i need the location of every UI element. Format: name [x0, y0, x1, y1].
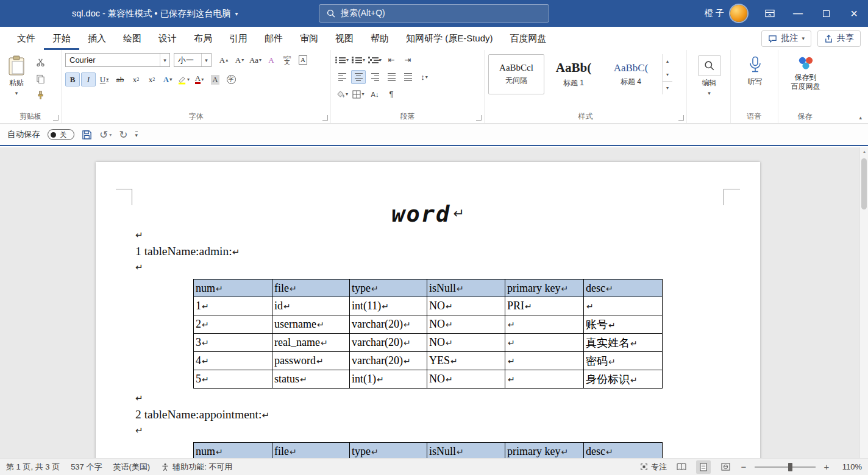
- dictate-button[interactable]: 听写: [735, 53, 775, 90]
- align-center-button[interactable]: [351, 70, 366, 84]
- column-header[interactable]: isNull↵: [427, 280, 505, 297]
- section-heading-admin[interactable]: 1 tableName:admin:↵: [135, 245, 760, 261]
- title-dropdown-caret-icon[interactable]: ▾: [235, 10, 238, 17]
- table-cell[interactable]: NO↵: [427, 334, 505, 352]
- font-name-combo[interactable]: Courier ▾: [65, 53, 170, 67]
- column-header[interactable]: type↵: [350, 443, 427, 459]
- autosave-toggle[interactable]: 关: [48, 129, 74, 140]
- redo-button[interactable]: ↻: [119, 128, 127, 141]
- account-name[interactable]: 橙 子: [705, 8, 724, 19]
- tab-layout[interactable]: 布局: [185, 27, 221, 50]
- admin-table[interactable]: num↵file↵type↵isNull↵primary key↵desc↵1↵…: [193, 279, 663, 389]
- table-cell[interactable]: YES↵: [427, 352, 505, 370]
- styles-more-button[interactable]: ▾: [663, 81, 672, 94]
- align-left-button[interactable]: [335, 70, 349, 84]
- line-spacing-button[interactable]: ↕▾: [417, 70, 432, 84]
- focus-mode-button[interactable]: 专注: [640, 462, 667, 473]
- tab-cnki-estudy[interactable]: 知网研学 (原E-Study): [397, 27, 502, 50]
- table-cell[interactable]: 3↵: [194, 334, 272, 352]
- borders-button[interactable]: ▾: [351, 87, 366, 101]
- section-heading-appointment[interactable]: 2 tableName:appointment:↵: [135, 408, 760, 424]
- table-cell[interactable]: 账号↵: [584, 315, 663, 334]
- save-to-baidu-netdisk-button[interactable]: 保存到 百度网盘: [782, 53, 829, 94]
- shrink-font-button[interactable]: A▾: [232, 53, 247, 67]
- multilevel-list-button[interactable]: ▾: [368, 53, 382, 67]
- vertical-scrollbar[interactable]: ▴: [859, 147, 868, 458]
- table-cell[interactable]: ↵: [505, 334, 584, 352]
- table-cell[interactable]: ↵: [584, 297, 663, 315]
- page-indicator[interactable]: 第 1 页, 共 3 页: [6, 462, 60, 473]
- account-avatar[interactable]: [730, 5, 747, 22]
- column-header[interactable]: desc↵: [584, 280, 663, 297]
- language-indicator[interactable]: 英语(美国): [113, 462, 150, 473]
- zoom-slider[interactable]: [755, 466, 816, 468]
- character-border-button[interactable]: A: [296, 53, 310, 67]
- comments-button[interactable]: 批注 ▾: [761, 30, 811, 47]
- grow-font-button[interactable]: A▴: [216, 53, 231, 67]
- customize-qat-button[interactable]: ▾: [135, 132, 138, 138]
- table-cell[interactable]: NO↵: [427, 315, 505, 334]
- save-button[interactable]: [82, 130, 92, 140]
- table-cell[interactable]: PRI↵: [505, 297, 584, 315]
- style-heading-1[interactable]: AaBb( 标题 1: [546, 54, 602, 94]
- table-cell[interactable]: varchar(20)↵: [350, 315, 427, 334]
- change-case-button[interactable]: Aa▾: [248, 53, 263, 67]
- scroll-up-arrow-icon[interactable]: ▴: [860, 149, 868, 154]
- table-cell[interactable]: int(11)↵: [350, 297, 427, 315]
- tab-references[interactable]: 引用: [221, 27, 256, 50]
- tab-file[interactable]: 文件: [9, 27, 44, 50]
- sort-button[interactable]: A↓: [368, 87, 382, 101]
- paste-button[interactable]: 粘贴 ▾: [4, 53, 29, 111]
- empty-paragraph[interactable]: ↵: [135, 261, 760, 277]
- cut-button[interactable]: [33, 55, 48, 69]
- bold-button[interactable]: B: [65, 72, 80, 86]
- increase-indent-button[interactable]: ⇥: [400, 53, 415, 67]
- table-cell[interactable]: id↵: [272, 297, 350, 315]
- superscript-button[interactable]: x2: [144, 72, 159, 86]
- zoom-level[interactable]: 110%: [838, 462, 862, 471]
- collapse-ribbon-button[interactable]: ▴: [859, 114, 862, 121]
- column-header[interactable]: file↵: [272, 443, 350, 459]
- style-heading-4[interactable]: AaBbC( 标题 4: [603, 54, 659, 94]
- enclose-characters-button[interactable]: 字: [224, 72, 238, 86]
- style-no-spacing[interactable]: AaBbCcl 无间隔: [488, 54, 544, 94]
- format-painter-button[interactable]: [33, 88, 48, 102]
- underline-button[interactable]: U▾: [97, 72, 112, 86]
- strikethrough-button[interactable]: ab: [113, 72, 127, 86]
- table-cell[interactable]: 2↵: [194, 315, 272, 334]
- ribbon-display-options-button[interactable]: [756, 0, 784, 27]
- column-header[interactable]: primary key↵: [505, 280, 584, 297]
- table-cell[interactable]: varchar(20)↵: [350, 352, 427, 370]
- table-cell[interactable]: real_name↵: [272, 334, 350, 352]
- paragraph-dialog-launcher[interactable]: [476, 115, 482, 121]
- clipboard-dialog-launcher[interactable]: [53, 115, 59, 121]
- shading-button[interactable]: ▾: [335, 87, 349, 101]
- zoom-slider-thumb[interactable]: [788, 463, 792, 471]
- print-layout-button[interactable]: [696, 460, 711, 474]
- align-right-button[interactable]: [368, 70, 382, 84]
- document-title-paragraph[interactable]: word↵: [96, 201, 760, 229]
- italic-button[interactable]: I: [81, 72, 96, 86]
- tab-view[interactable]: 视图: [327, 27, 362, 50]
- empty-paragraph[interactable]: ↵: [135, 229, 760, 245]
- table-cell[interactable]: ↵: [505, 352, 584, 370]
- appointment-table[interactable]: num↵file↵type↵isNull↵primary key↵desc↵1↵…: [193, 442, 663, 458]
- tab-mailings[interactable]: 邮件: [256, 27, 291, 50]
- numbered-list-button[interactable]: ▾: [351, 53, 366, 67]
- phonetic-guide-button[interactable]: wén 文: [280, 53, 294, 67]
- show-marks-button[interactable]: ¶: [384, 87, 399, 101]
- font-size-combo[interactable]: 小一 ▾: [174, 53, 212, 67]
- tab-review[interactable]: 审阅: [291, 27, 327, 50]
- styles-scroll-up-button[interactable]: ▴: [663, 54, 672, 68]
- table-cell[interactable]: 身份标识↵: [584, 370, 663, 389]
- tab-insert[interactable]: 插入: [79, 27, 115, 50]
- table-cell[interactable]: NO↵: [427, 297, 505, 315]
- share-button[interactable]: 共享: [817, 30, 861, 47]
- maximize-button[interactable]: [812, 0, 840, 27]
- table-cell[interactable]: 1↵: [194, 297, 272, 315]
- highlight-color-button[interactable]: ▾: [176, 72, 191, 86]
- web-layout-button[interactable]: [718, 460, 733, 474]
- character-shading-button[interactable]: A: [208, 72, 222, 86]
- document-page[interactable]: word↵ ↵ 1 tableName:admin:↵ ↵ num↵file↵t…: [96, 162, 760, 458]
- tab-design[interactable]: 设计: [150, 27, 185, 50]
